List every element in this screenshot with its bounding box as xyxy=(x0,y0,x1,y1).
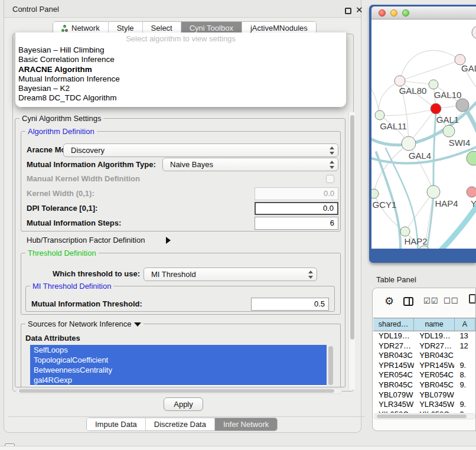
apply-button[interactable]: Apply xyxy=(164,397,203,411)
attribute-item-topologicalcoefficient[interactable]: TopologicalCoefficient xyxy=(30,355,327,365)
attribute-item-betweennesscentrality[interactable]: BetweennessCentrality xyxy=(30,365,327,375)
network-node[interactable] xyxy=(456,99,469,112)
network-node[interactable] xyxy=(400,227,410,236)
table-row[interactable]: YBR045CYBR045C9. xyxy=(373,380,475,390)
network-node[interactable] xyxy=(443,125,455,137)
network-node[interactable] xyxy=(467,151,476,165)
table-row[interactable]: YER054CYER054C8. xyxy=(373,370,475,380)
network-node[interactable] xyxy=(472,26,476,39)
network-edge-highlighted[interactable] xyxy=(425,113,436,249)
node-label: GAL1 xyxy=(436,115,459,125)
algorithm-option-aracne-algorithm[interactable]: ARACNE Algorithm xyxy=(15,65,346,74)
network-edge[interactable] xyxy=(379,81,400,115)
network-node[interactable] xyxy=(467,187,476,197)
divider xyxy=(8,416,365,417)
table-cell: YDL19… xyxy=(414,331,454,341)
combo-stepper-icon xyxy=(329,161,334,169)
algorithm-dropdown-prompt: Select algorithm to view settings xyxy=(15,32,346,45)
tab-label: Select xyxy=(151,24,172,32)
mi-threshold-label: Mutual Information Threshold: xyxy=(31,298,142,311)
algorithm-definition-title: Algorithm Definition xyxy=(25,127,97,136)
hub-definition-label: Hub/Transcription Factor Definition xyxy=(27,234,145,247)
close-window-button[interactable] xyxy=(379,9,386,17)
document-icon[interactable] xyxy=(469,294,476,304)
network-window-titlebar[interactable] xyxy=(371,6,476,19)
combo-stepper-icon xyxy=(329,146,334,155)
algorithm-option-bayesian-hill-climbing[interactable]: Bayesian – Hill Climbing xyxy=(15,45,346,55)
select-all-columns-icon[interactable]: ☑☑ xyxy=(423,296,438,305)
table-row[interactable]: YPR145WYPR145W9. xyxy=(373,361,475,371)
network-canvas[interactable]: GALGAL80GAL10GAL1GAL11SWI4GAL4GCY1HAP4YH… xyxy=(371,19,476,249)
node-label: GAL4 xyxy=(409,151,431,161)
data-attributes-label: Data Attributes xyxy=(25,332,80,345)
network-node[interactable] xyxy=(402,136,416,151)
column-header-2[interactable]: name xyxy=(414,318,454,331)
node-label: SWI4 xyxy=(449,138,471,148)
algorithm-option-bayesian-k2[interactable]: Bayesian – K2 xyxy=(15,84,346,93)
node-label: HAP2 xyxy=(404,236,427,246)
zoom-window-button[interactable] xyxy=(402,9,409,17)
network-edge[interactable] xyxy=(400,60,460,81)
which-threshold-combo[interactable]: MI Threshold xyxy=(144,268,317,281)
algorithm-option-dream8-dc-tdc-algorithm[interactable]: Dream8 DC_TDC Algorithm xyxy=(15,93,346,103)
scrollbar-thumb[interactable] xyxy=(377,415,467,418)
table-row[interactable]: YDR27…YDR27…12 xyxy=(373,341,475,351)
tab-infer-network[interactable]: Infer Network xyxy=(215,418,277,431)
network-node[interactable] xyxy=(371,189,379,198)
column-header-3[interactable]: A xyxy=(455,318,475,331)
status-bar xyxy=(0,446,476,450)
tab-label: Impute Data xyxy=(95,420,137,429)
mi-threshold-field[interactable]: 0.5 xyxy=(251,298,329,311)
columns-icon[interactable] xyxy=(403,297,413,306)
network-node[interactable] xyxy=(427,185,440,198)
table-cell: YPR145W xyxy=(414,361,454,371)
settings-scrollbar-thumb[interactable] xyxy=(350,115,354,340)
aracne-mode-combo[interactable]: Discovery xyxy=(63,144,338,157)
manual-kernel-checkbox[interactable] xyxy=(326,175,334,183)
scrollbar-thumb[interactable] xyxy=(19,389,334,393)
attribute-item-gal4rgexp[interactable]: gal4RGexp xyxy=(30,375,327,385)
mi-type-value: Naive Bayes xyxy=(170,160,213,169)
mi-type-combo[interactable]: Naive Bayes xyxy=(162,158,338,171)
table-horizontal-scrollbar[interactable] xyxy=(374,413,475,419)
minimize-window-button[interactable] xyxy=(390,9,397,17)
algorithm-option-mutual-information-inference[interactable]: Mutual Information Inference xyxy=(15,74,346,84)
table-row[interactable]: YBL079WYBL079W xyxy=(373,390,475,400)
table-cell: YBR045C xyxy=(414,380,454,390)
table-row[interactable]: YDL19…YDL19…13 xyxy=(373,331,475,341)
network-node[interactable] xyxy=(395,76,405,86)
close-panel-icon[interactable]: ✕ xyxy=(356,5,363,15)
table-row[interactable]: YBR043CYBR043C xyxy=(373,351,475,361)
network-node[interactable] xyxy=(375,110,384,120)
float-panel-button[interactable] xyxy=(345,8,351,14)
table-row[interactable]: YLR345WYLR345W9. xyxy=(373,400,475,410)
data-attributes-list: SelfLoopsTopologicalCoefficientBetweenne… xyxy=(30,345,327,386)
table-cell: YPR145W xyxy=(373,361,414,371)
expand-arrow-icon[interactable] xyxy=(166,237,171,244)
gear-icon[interactable]: ⚙ xyxy=(384,296,394,306)
attribute-item-selfloops[interactable]: SelfLoops xyxy=(30,345,327,355)
list-vertical-scrollbar[interactable] xyxy=(328,346,333,385)
network-edge[interactable] xyxy=(405,192,433,231)
collapse-arrow-icon[interactable] xyxy=(134,322,141,327)
network-edge[interactable] xyxy=(380,109,436,116)
kernel-width-field[interactable]: 0.0 xyxy=(255,187,338,200)
list-horizontal-scrollbar[interactable] xyxy=(16,388,342,394)
algorithm-option-basic-correlation-inference[interactable]: Basic Correlation Inference xyxy=(15,55,346,64)
tab-impute-data[interactable]: Impute Data xyxy=(87,418,146,431)
network-node[interactable] xyxy=(429,80,438,89)
network-node[interactable] xyxy=(431,103,441,114)
dpi-tolerance-field[interactable]: 0.0 xyxy=(255,202,338,215)
network-canvas-svg: GALGAL80GAL10GAL1GAL11SWI4GAL4GCY1HAP4YH… xyxy=(371,19,476,249)
table-cell: YDR27… xyxy=(414,341,454,351)
settings-scrollbar-track[interactable] xyxy=(348,112,355,390)
deselect-all-columns-icon[interactable]: ☐☐ xyxy=(444,296,458,305)
table-row[interactable]: YIL052CYIL052C9. xyxy=(373,410,475,413)
network-edge[interactable] xyxy=(400,50,460,81)
tab-discretize-data[interactable]: Discretize Data xyxy=(146,418,215,431)
table-cell: YBL079W xyxy=(373,390,414,400)
mi-steps-field[interactable]: 6 xyxy=(255,217,338,230)
column-header-1[interactable]: shared… xyxy=(373,318,414,331)
node-label: GAL80 xyxy=(399,86,427,96)
dpi-tolerance-label: DPI Tolerance [0,1]: xyxy=(27,202,97,215)
